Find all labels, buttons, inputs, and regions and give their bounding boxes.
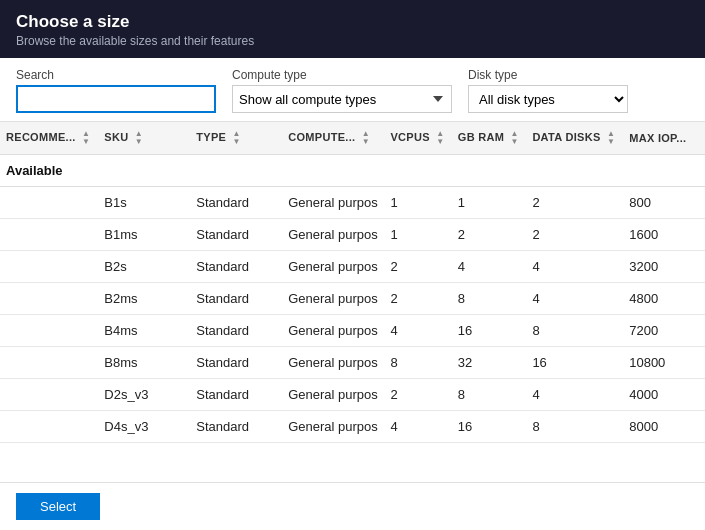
table-cell-sku: D2s_v3 bbox=[98, 379, 190, 411]
table-cell-recommend bbox=[0, 283, 98, 315]
table-cell-maxiops: 800 bbox=[623, 187, 705, 219]
table-cell-type: Standard bbox=[190, 315, 282, 347]
table-header: RECOMME... ▲▼ SKU ▲▼ TYPE ▲▼ COMPUTE... … bbox=[0, 122, 705, 155]
table-cell-gbram: 16 bbox=[452, 315, 527, 347]
sort-recommend-icon: ▲▼ bbox=[82, 130, 90, 146]
page-subtitle: Browse the available sizes and their fea… bbox=[16, 34, 689, 48]
search-field-group: Search bbox=[16, 68, 216, 113]
table-cell-maxiops: 7200 bbox=[623, 315, 705, 347]
table-cell-maxiops: 4800 bbox=[623, 283, 705, 315]
table-cell-gbram: 8 bbox=[452, 283, 527, 315]
search-label: Search bbox=[16, 68, 216, 82]
compute-field-group: Compute type Show all compute types bbox=[232, 68, 452, 113]
table-cell-vcpus: 2 bbox=[384, 283, 451, 315]
table-cell-vcpus: 4 bbox=[384, 411, 451, 443]
table-cell-sku: B4ms bbox=[98, 315, 190, 347]
section-available: Available bbox=[0, 155, 705, 187]
table-cell-compute: General purpos bbox=[282, 187, 384, 219]
table-cell-type: Standard bbox=[190, 347, 282, 379]
disk-field-group: Disk type All disk types bbox=[468, 68, 628, 113]
table-cell-type: Standard bbox=[190, 219, 282, 251]
sort-datadisks-icon: ▲▼ bbox=[607, 130, 615, 146]
table-cell-datadisks: 2 bbox=[526, 219, 623, 251]
toolbar: Search Compute type Show all compute typ… bbox=[0, 58, 705, 122]
table-cell-maxiops: 4000 bbox=[623, 379, 705, 411]
table-cell-compute: General purpos bbox=[282, 219, 384, 251]
table-cell-compute: General purpos bbox=[282, 251, 384, 283]
disk-label: Disk type bbox=[468, 68, 628, 82]
table-row[interactable]: B2msStandardGeneral purpos2844800 bbox=[0, 283, 705, 315]
table-cell-maxiops: 1600 bbox=[623, 219, 705, 251]
sizes-table: RECOMME... ▲▼ SKU ▲▼ TYPE ▲▼ COMPUTE... … bbox=[0, 122, 705, 443]
table-cell-datadisks: 8 bbox=[526, 315, 623, 347]
sort-compute-icon: ▲▼ bbox=[362, 130, 370, 146]
table-cell-sku: D4s_v3 bbox=[98, 411, 190, 443]
col-recommend[interactable]: RECOMME... ▲▼ bbox=[0, 122, 98, 155]
table-cell-gbram: 16 bbox=[452, 411, 527, 443]
table-cell-type: Standard bbox=[190, 411, 282, 443]
table-cell-compute: General purpos bbox=[282, 315, 384, 347]
table-cell-vcpus: 1 bbox=[384, 219, 451, 251]
table-cell-sku: B2ms bbox=[98, 283, 190, 315]
table-body: Available B1sStandardGeneral purpos11280… bbox=[0, 155, 705, 443]
compute-select[interactable]: Show all compute types bbox=[232, 85, 452, 113]
disk-select[interactable]: All disk types bbox=[468, 85, 628, 113]
table-cell-maxiops: 3200 bbox=[623, 251, 705, 283]
table-row[interactable]: D2s_v3StandardGeneral purpos2844000 bbox=[0, 379, 705, 411]
table-cell-sku: B2s bbox=[98, 251, 190, 283]
col-maxiops[interactable]: MAX IOP... bbox=[623, 122, 705, 155]
table-cell-compute: General purpos bbox=[282, 411, 384, 443]
table-row[interactable]: B1sStandardGeneral purpos112800 bbox=[0, 187, 705, 219]
table-cell-datadisks: 8 bbox=[526, 411, 623, 443]
col-datadisks[interactable]: DATA DISKS ▲▼ bbox=[526, 122, 623, 155]
table-cell-vcpus: 4 bbox=[384, 315, 451, 347]
col-sku[interactable]: SKU ▲▼ bbox=[98, 122, 190, 155]
table-row[interactable]: B2sStandardGeneral purpos2443200 bbox=[0, 251, 705, 283]
table-cell-compute: General purpos bbox=[282, 347, 384, 379]
table-cell-vcpus: 2 bbox=[384, 379, 451, 411]
table-cell-sku: B8ms bbox=[98, 347, 190, 379]
search-input[interactable] bbox=[16, 85, 216, 113]
table-cell-recommend bbox=[0, 251, 98, 283]
table-cell-gbram: 32 bbox=[452, 347, 527, 379]
table-cell-sku: B1s bbox=[98, 187, 190, 219]
col-compute[interactable]: COMPUTE... ▲▼ bbox=[282, 122, 384, 155]
table-cell-datadisks: 4 bbox=[526, 283, 623, 315]
table-cell-maxiops: 10800 bbox=[623, 347, 705, 379]
col-vcpus[interactable]: VCPUS ▲▼ bbox=[384, 122, 451, 155]
select-button[interactable]: Select bbox=[16, 493, 100, 520]
sort-type-icon: ▲▼ bbox=[233, 130, 241, 146]
table-row[interactable]: B1msStandardGeneral purpos1221600 bbox=[0, 219, 705, 251]
table-cell-maxiops: 8000 bbox=[623, 411, 705, 443]
table-container: RECOMME... ▲▼ SKU ▲▼ TYPE ▲▼ COMPUTE... … bbox=[0, 122, 705, 502]
table-cell-recommend bbox=[0, 347, 98, 379]
compute-label: Compute type bbox=[232, 68, 452, 82]
sort-gbram-icon: ▲▼ bbox=[511, 130, 519, 146]
page-title: Choose a size bbox=[16, 12, 689, 32]
col-gbram[interactable]: GB RAM ▲▼ bbox=[452, 122, 527, 155]
table-cell-recommend bbox=[0, 411, 98, 443]
table-cell-recommend bbox=[0, 187, 98, 219]
table-cell-datadisks: 16 bbox=[526, 347, 623, 379]
table-cell-sku: B1ms bbox=[98, 219, 190, 251]
table-cell-recommend bbox=[0, 219, 98, 251]
table-cell-type: Standard bbox=[190, 187, 282, 219]
table-cell-gbram: 4 bbox=[452, 251, 527, 283]
table-cell-recommend bbox=[0, 379, 98, 411]
header: Choose a size Browse the available sizes… bbox=[0, 0, 705, 58]
table-cell-compute: General purpos bbox=[282, 283, 384, 315]
table-row[interactable]: B4msStandardGeneral purpos41687200 bbox=[0, 315, 705, 347]
table-cell-type: Standard bbox=[190, 283, 282, 315]
table-cell-vcpus: 8 bbox=[384, 347, 451, 379]
table-cell-type: Standard bbox=[190, 251, 282, 283]
footer: Select bbox=[0, 482, 705, 530]
col-type[interactable]: TYPE ▲▼ bbox=[190, 122, 282, 155]
table-cell-recommend bbox=[0, 315, 98, 347]
table-cell-vcpus: 2 bbox=[384, 251, 451, 283]
table-row[interactable]: B8msStandardGeneral purpos8321610800 bbox=[0, 347, 705, 379]
table-cell-type: Standard bbox=[190, 379, 282, 411]
table-cell-datadisks: 4 bbox=[526, 251, 623, 283]
table-row[interactable]: D4s_v3StandardGeneral purpos41688000 bbox=[0, 411, 705, 443]
sort-vcpus-icon: ▲▼ bbox=[436, 130, 444, 146]
table-cell-datadisks: 2 bbox=[526, 187, 623, 219]
